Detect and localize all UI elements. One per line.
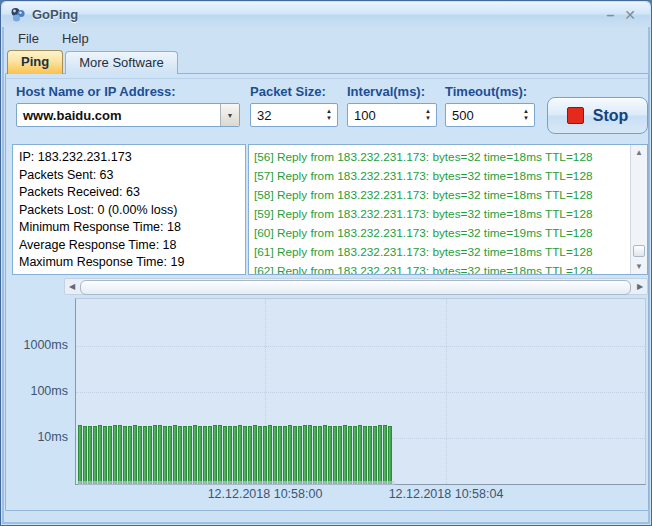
- timeout-label: Timeout(ms):: [445, 84, 527, 99]
- stats-line: Maximum Response Time: 19: [19, 254, 245, 272]
- scroll-right-icon[interactable]: ▶: [633, 279, 647, 294]
- title-bar: GoPing – ✕: [2, 2, 650, 27]
- stop-button[interactable]: Stop: [547, 97, 648, 134]
- response-time-bar: [183, 426, 187, 484]
- log-line: [59] Reply from 183.232.231.173: bytes=3…: [254, 205, 630, 224]
- packet-size-value[interactable]: 32: [251, 108, 321, 123]
- response-time-bar: [278, 426, 282, 484]
- response-time-bar: [288, 425, 292, 484]
- chart-horizontal-scrollbar[interactable]: ◀ ▶: [64, 278, 648, 295]
- response-time-bar: [178, 426, 182, 484]
- response-time-bar: [233, 426, 237, 484]
- response-time-bar: [308, 425, 312, 484]
- response-time-chart: 1000ms100ms10ms 12.12.2018 10:58:0012.12…: [10, 295, 646, 508]
- log-line: [56] Reply from 183.232.231.173: bytes=3…: [254, 148, 630, 167]
- stats-line: Average Response Time: 18: [19, 237, 245, 255]
- spinner-arrows-icon[interactable]: ▲▼: [420, 104, 436, 126]
- host-combobox[interactable]: www.baidu.com ▼: [16, 103, 240, 127]
- response-time-bar: [378, 425, 382, 484]
- menu-item-help[interactable]: Help: [53, 29, 98, 48]
- response-time-bar: [313, 426, 317, 484]
- h-gridline: [76, 392, 645, 393]
- menu-item-file[interactable]: File: [9, 29, 48, 48]
- response-time-bar: [273, 426, 277, 484]
- response-time-bar: [213, 425, 217, 484]
- response-time-bar: [103, 426, 107, 484]
- response-time-bar: [138, 426, 142, 484]
- response-time-bar: [83, 426, 87, 484]
- stats-line: Packets Sent: 63: [19, 167, 245, 185]
- response-time-bar: [348, 426, 352, 484]
- ping-statistics-panel: IP: 183.232.231.173Packets Sent: 63Packe…: [12, 144, 246, 275]
- response-time-bar: [128, 426, 132, 484]
- response-time-bar: [323, 425, 327, 484]
- stats-line: Minimum Response Time: 18: [19, 219, 245, 237]
- stop-button-label: Stop: [593, 107, 629, 125]
- log-line: [62] Reply from 183.232.231.173: bytes=3…: [254, 262, 630, 274]
- y-tick-label: 10ms: [10, 430, 68, 444]
- response-time-bar: [228, 426, 232, 484]
- stats-line: Packets Lost: 0 (0.00% loss): [19, 202, 245, 220]
- v-gridline: [446, 299, 447, 484]
- response-time-bar: [373, 426, 377, 484]
- spinner-arrows-icon[interactable]: ▲▼: [321, 104, 337, 126]
- stats-line: Packets Received: 63: [19, 184, 245, 202]
- interval-label: Interval(ms):: [347, 84, 425, 99]
- host-value[interactable]: www.baidu.com: [17, 108, 220, 123]
- timeout-value[interactable]: 500: [446, 108, 518, 123]
- x-tick-label: 12.12.2018 10:58:04: [389, 487, 504, 501]
- h-gridline: [76, 346, 645, 347]
- stats-line: IP: 183.232.231.173: [19, 149, 245, 167]
- response-time-bar: [333, 426, 337, 484]
- response-time-bar: [123, 426, 127, 484]
- response-time-bar: [168, 426, 172, 484]
- ping-log-panel[interactable]: [56] Reply from 183.232.231.173: bytes=3…: [248, 144, 648, 275]
- response-time-bar: [118, 425, 122, 484]
- log-line: [58] Reply from 183.232.231.173: bytes=3…: [254, 186, 630, 205]
- timeout-stepper[interactable]: 500 ▲▼: [445, 103, 535, 127]
- goping-window: GoPing – ✕ FileHelp PingMore Software Ho…: [0, 0, 652, 526]
- response-time-bar: [263, 426, 267, 484]
- response-time-bar: [203, 426, 207, 484]
- tab-ping[interactable]: Ping: [7, 50, 63, 74]
- response-time-bar: [268, 425, 272, 484]
- chevron-down-icon[interactable]: ▼: [220, 104, 239, 126]
- response-time-bar: [193, 425, 197, 484]
- response-time-bar: [248, 426, 252, 484]
- vertical-scrollbar[interactable]: ▲ ▼: [630, 145, 647, 274]
- panel-divider: [6, 78, 648, 79]
- interval-stepper[interactable]: 100 ▲▼: [347, 103, 437, 127]
- response-time-bar: [353, 426, 357, 484]
- interval-value[interactable]: 100: [348, 108, 420, 123]
- scrollbar-thumb[interactable]: [633, 245, 645, 257]
- window-title: GoPing: [32, 7, 78, 22]
- spinner-arrows-icon[interactable]: ▲▼: [518, 104, 534, 126]
- response-time-bar: [383, 425, 387, 484]
- response-time-bar: [173, 425, 177, 484]
- minimize-icon[interactable]: –: [606, 8, 614, 22]
- response-time-bar: [98, 425, 102, 484]
- response-time-bar: [253, 425, 257, 484]
- close-icon[interactable]: ✕: [624, 8, 636, 22]
- response-time-bar: [258, 426, 262, 484]
- response-time-bar: [368, 426, 372, 484]
- host-label: Host Name or IP Address:: [16, 84, 176, 99]
- response-time-bar: [363, 426, 367, 484]
- tab-more-software[interactable]: More Software: [65, 51, 178, 74]
- response-time-bar: [113, 425, 117, 484]
- packet-size-stepper[interactable]: 32 ▲▼: [250, 103, 338, 127]
- stop-square-icon: [567, 107, 584, 124]
- scroll-down-icon[interactable]: ▼: [631, 259, 647, 274]
- response-time-bar: [243, 426, 247, 484]
- response-time-bar: [388, 426, 392, 484]
- response-time-bar: [343, 425, 347, 484]
- response-time-bar: [188, 426, 192, 484]
- scrollbar-thumb[interactable]: [80, 280, 631, 295]
- response-time-bar: [223, 426, 227, 484]
- response-time-bar: [108, 426, 112, 484]
- scroll-up-icon[interactable]: ▲: [631, 145, 647, 160]
- response-time-bar: [88, 426, 92, 484]
- y-tick-label: 1000ms: [10, 338, 68, 352]
- scroll-left-icon[interactable]: ◀: [65, 279, 79, 294]
- response-time-bar: [283, 426, 287, 484]
